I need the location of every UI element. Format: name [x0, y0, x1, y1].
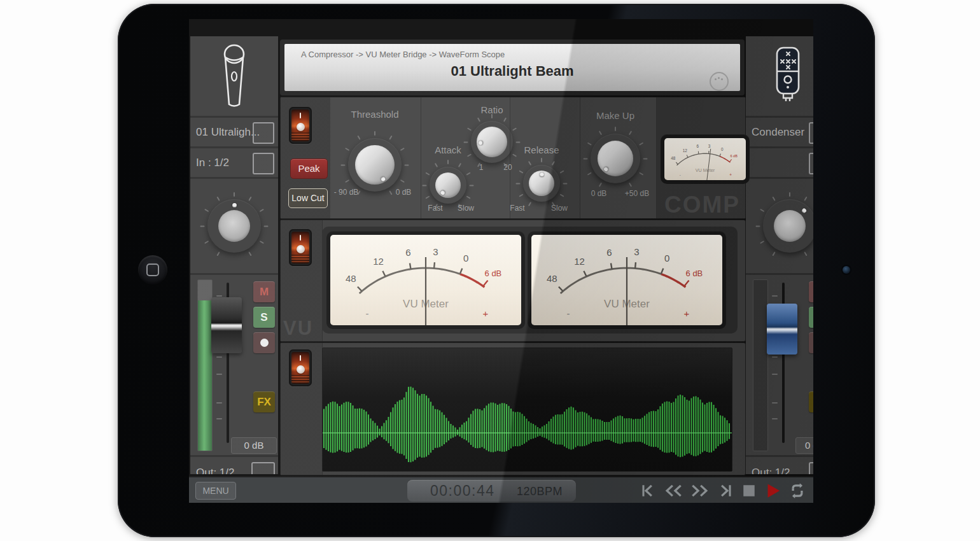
right-fx-button[interactable] — [809, 391, 813, 412]
threshold-max: 0 dB — [396, 188, 412, 197]
right-mute-button[interactable] — [809, 281, 813, 302]
left-track-icon-pad[interactable] — [190, 36, 278, 116]
waveform-power-switch[interactable] — [289, 349, 312, 386]
attack-min: Fast — [428, 204, 442, 213]
left-channel-strip: 01 Ultraligh... In : 1/2 M S FX 0 dB — [190, 36, 278, 474]
low-cut-button[interactable]: Low Cut — [288, 188, 328, 208]
release-label: Release — [524, 144, 559, 155]
left-track-name-button[interactable] — [253, 122, 274, 144]
svg-text:48: 48 — [671, 156, 675, 160]
left-level-meter — [197, 279, 213, 451]
vu-meter-right: 48126306 dB-+VU Meter — [531, 235, 722, 325]
svg-text:3: 3 — [634, 247, 639, 257]
preset-header-panel: A Compressor -> VU Meter Bridge -> WaveF… — [284, 44, 740, 91]
ratio-knob[interactable] — [471, 121, 513, 163]
skip-to-end-button[interactable] — [716, 482, 735, 500]
vu-power-well — [291, 232, 309, 263]
rewind-button[interactable] — [662, 482, 684, 500]
home-button-square-icon — [146, 263, 159, 276]
svg-text:6: 6 — [405, 248, 410, 258]
svg-text:+: + — [684, 309, 690, 319]
svg-text:VU Meter: VU Meter — [696, 167, 715, 173]
makeup-label: Make Up — [596, 110, 634, 121]
svg-text:48: 48 — [547, 274, 557, 284]
peak-button[interactable]: Peak — [290, 158, 328, 179]
vu-meter-left-frame: 48126306 dB-+VU Meter — [326, 231, 525, 329]
effect-chain-breadcrumb[interactable]: A Compressor -> VU Meter Bridge -> WaveF… — [301, 50, 505, 59]
waveform-display — [322, 348, 732, 472]
right-track-name-button[interactable] — [809, 122, 813, 144]
left-fader-handle[interactable] — [211, 297, 242, 353]
comp-badge: COMP — [664, 192, 740, 218]
stop-button[interactable] — [740, 482, 758, 500]
vu-power-switch[interactable] — [289, 229, 312, 266]
left-output-button[interactable] — [251, 462, 275, 474]
svg-text:0: 0 — [664, 254, 669, 264]
threshold-knob[interactable] — [348, 138, 402, 192]
ratio-max: 20 — [503, 163, 512, 172]
bpm-readout[interactable]: 120BPM — [517, 485, 563, 498]
left-track-name-row: 01 Ultraligh... — [190, 118, 278, 146]
preset-header: A Compressor -> VU Meter Bridge -> WaveF… — [280, 39, 745, 95]
power-ribs — [291, 132, 309, 141]
svg-text:+: + — [729, 172, 732, 177]
svg-text:-: - — [566, 309, 570, 319]
right-output-row: Out: 1/2 — [746, 457, 813, 474]
svg-text:48: 48 — [346, 274, 356, 284]
app-screen: 01 Ultraligh... In : 1/2 M S FX 0 dB — [189, 19, 813, 503]
right-gain-knob[interactable] — [763, 199, 813, 253]
right-input-button[interactable] — [809, 153, 813, 174]
waveform-section — [280, 342, 746, 475]
waveform-trace — [323, 348, 732, 471]
play-button[interactable] — [763, 481, 782, 500]
menu-button[interactable]: MENU — [195, 482, 236, 500]
fx-button[interactable]: FX — [253, 391, 275, 412]
timecode: 00:00:44 — [430, 482, 495, 500]
right-fader-pad: 0 dB — [746, 275, 813, 455]
right-gain-readout[interactable]: 0 dB — [795, 437, 813, 454]
power-ball-icon — [297, 245, 305, 253]
preset-title[interactable]: 01 Ultralight Beam — [284, 63, 740, 80]
release-knob[interactable] — [523, 165, 560, 202]
solo-button[interactable]: S — [253, 307, 275, 328]
condenser-mic-icon — [774, 46, 802, 104]
vu-bridge-section: VU 48126306 dB-+VU Meter 48126306 dB-+VU… — [280, 220, 746, 342]
loop-button[interactable] — [787, 481, 808, 500]
right-record-arm-button[interactable] — [809, 332, 813, 353]
svg-text:6 dB: 6 dB — [730, 154, 738, 158]
svg-text:12: 12 — [574, 256, 585, 267]
left-input-button[interactable] — [253, 153, 274, 174]
vu-meters-panel: 48126306 dB-+VU Meter 48126306 dB-+VU Me… — [322, 227, 738, 334]
compressor-power-switch[interactable] — [289, 107, 312, 144]
home-button[interactable] — [138, 255, 167, 285]
right-gain-pad — [746, 179, 813, 273]
svg-text:6: 6 — [696, 144, 699, 148]
preset-badge-icon[interactable] — [710, 72, 729, 91]
svg-text:6: 6 — [606, 248, 612, 258]
right-output-button[interactable] — [809, 462, 813, 474]
right-track-name-row: Condenser — [746, 118, 813, 146]
svg-text:-: - — [680, 172, 681, 177]
dynamic-mic-icon — [217, 43, 251, 109]
compressor-power-well — [291, 109, 309, 141]
vu-badge: VU — [283, 317, 313, 340]
left-gain-knob[interactable] — [207, 199, 261, 253]
left-gain-readout[interactable]: 0 dB — [231, 437, 277, 454]
right-fader-handle[interactable] — [767, 304, 797, 355]
threshold-min: - 90 dB — [334, 188, 359, 197]
vu-meter-left: 48126306 dB-+VU Meter — [330, 235, 521, 325]
mute-button[interactable]: M — [253, 281, 275, 302]
right-track-name[interactable]: Condenser — [746, 118, 813, 146]
right-solo-button[interactable] — [809, 307, 813, 328]
time-display[interactable]: 00:00:44 120BPM — [407, 480, 576, 502]
right-output-label[interactable]: Out: 1/2 — [746, 457, 813, 474]
fast-forward-button[interactable] — [689, 482, 711, 500]
skip-to-start-button[interactable] — [638, 482, 657, 500]
right-track-icon-pad[interactable] — [746, 36, 813, 116]
record-arm-button[interactable] — [253, 332, 275, 353]
right-input-row — [746, 148, 813, 177]
attack-knob[interactable] — [430, 167, 466, 204]
compressor-vu-meter: 48126306 dB-+VU Meter — [664, 138, 746, 180]
makeup-knob[interactable] — [591, 134, 640, 183]
power-ribs — [291, 255, 309, 263]
